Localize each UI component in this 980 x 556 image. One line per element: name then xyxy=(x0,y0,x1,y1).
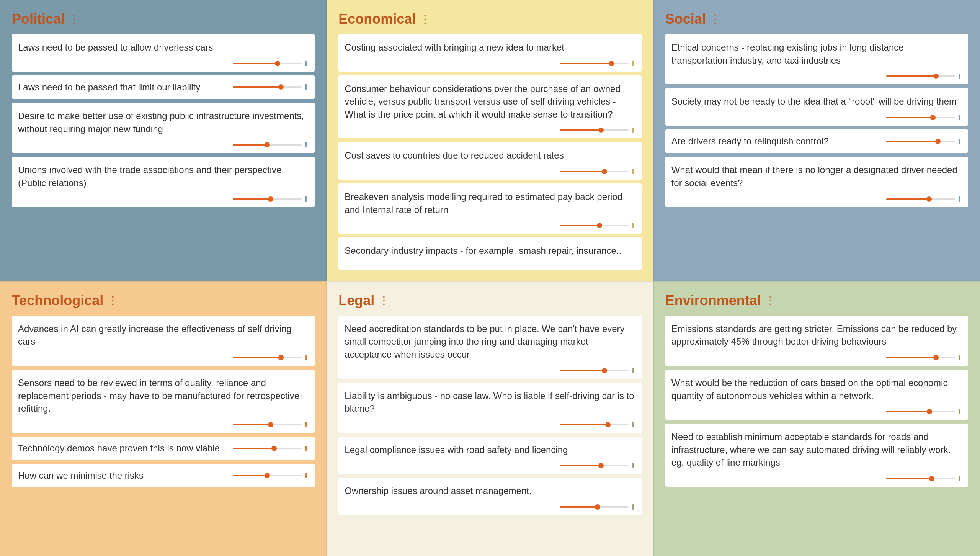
card: Emissions standards are getting stricter… xyxy=(665,316,968,366)
card: Laws need to be passed to allow driverle… xyxy=(12,34,315,72)
card-inline: Laws need to be passed that limit our li… xyxy=(12,75,315,99)
slider-track[interactable] xyxy=(886,198,955,200)
card-text: Laws need to be passed to allow driverle… xyxy=(18,41,309,54)
slider-track[interactable] xyxy=(560,63,629,64)
slider-container[interactable] xyxy=(345,422,635,427)
slider-fill xyxy=(233,144,267,146)
slider-track[interactable] xyxy=(233,198,302,200)
slider-container[interactable] xyxy=(18,355,309,360)
slider-track[interactable] xyxy=(233,63,302,64)
slider-track[interactable] xyxy=(560,370,629,371)
slider-track[interactable] xyxy=(560,424,629,425)
section-legal: Legal⋮Need accreditation standards to be… xyxy=(327,281,653,556)
slider-container[interactable] xyxy=(18,61,309,66)
section-menu-dots[interactable]: ⋮ xyxy=(69,13,79,26)
section-title-environmental: Environmental⋮ xyxy=(665,293,968,309)
slider-container[interactable] xyxy=(18,422,309,427)
card: Desire to make better use of existing pu… xyxy=(12,103,315,153)
slider-track[interactable] xyxy=(560,506,629,508)
card: Ownership issues around asset management… xyxy=(338,478,641,515)
card: Need accreditation standards to be put i… xyxy=(338,316,641,379)
slider-end-marker xyxy=(959,139,960,144)
slider-container[interactable] xyxy=(18,142,309,147)
slider-end-marker xyxy=(959,196,960,202)
slider-track[interactable] xyxy=(233,144,302,146)
slider-track[interactable] xyxy=(886,75,955,77)
slider-container[interactable] xyxy=(671,74,962,79)
slider-container[interactable] xyxy=(671,409,962,414)
card-inline: Are drivers ready to relinquish control? xyxy=(665,129,968,153)
section-menu-dots[interactable]: ⋮ xyxy=(420,13,430,26)
slider-container[interactable] xyxy=(671,115,962,120)
slider-end-marker xyxy=(305,84,307,90)
card-text: Cost saves to countries due to reduced a… xyxy=(345,149,635,162)
slider-fill xyxy=(233,357,281,358)
card-text: Ownership issues around asset management… xyxy=(345,484,635,497)
slider-track[interactable] xyxy=(233,448,302,449)
slider-container[interactable] xyxy=(345,463,635,468)
section-title-technological: Technological⋮ xyxy=(12,293,315,309)
slider-container[interactable] xyxy=(233,473,309,478)
pestle-grid: Political⋮Laws need to be passed to allo… xyxy=(0,0,980,556)
card-text: How can we minimise the risks xyxy=(18,469,229,482)
slider-track[interactable] xyxy=(886,117,955,118)
section-menu-dots[interactable]: ⋮ xyxy=(378,294,389,307)
slider-track[interactable] xyxy=(886,411,955,412)
slider-container[interactable] xyxy=(345,128,635,133)
card-text: Desire to make better use of existing pu… xyxy=(18,110,309,135)
slider-track[interactable] xyxy=(886,357,955,358)
slider-track[interactable] xyxy=(233,357,302,358)
slider-fill xyxy=(233,475,267,476)
slider-track[interactable] xyxy=(560,225,629,226)
section-menu-dots[interactable]: ⋮ xyxy=(765,294,776,307)
slider-container[interactable] xyxy=(233,446,309,451)
slider-thumb xyxy=(926,196,932,202)
slider-end-marker xyxy=(305,61,307,66)
section-title-text: Legal xyxy=(338,293,374,309)
slider-fill xyxy=(560,225,599,226)
section-title-text: Social xyxy=(665,11,706,27)
card-text: Costing associated with bringing a new i… xyxy=(345,41,635,54)
card-text: Laws need to be passed that limit our li… xyxy=(18,81,229,94)
section-menu-dots[interactable]: ⋮ xyxy=(710,13,720,26)
slider-thumb xyxy=(929,476,934,481)
slider-track[interactable] xyxy=(886,478,955,479)
slider-track[interactable] xyxy=(233,86,302,88)
card: Consumer behaviour considerations over t… xyxy=(338,75,641,139)
slider-fill xyxy=(886,478,932,479)
slider-track[interactable] xyxy=(560,465,629,466)
slider-track[interactable] xyxy=(560,171,629,172)
slider-track[interactable] xyxy=(233,475,302,476)
slider-fill xyxy=(886,198,929,200)
slider-container[interactable] xyxy=(345,368,635,373)
slider-container[interactable] xyxy=(233,84,309,90)
slider-end-marker xyxy=(305,355,307,360)
slider-container[interactable] xyxy=(345,504,635,510)
slider-container[interactable] xyxy=(345,169,635,174)
slider-container[interactable] xyxy=(18,196,309,202)
slider-fill xyxy=(886,141,938,142)
slider-container[interactable] xyxy=(671,476,962,481)
section-menu-dots[interactable]: ⋮ xyxy=(107,294,118,307)
slider-thumb xyxy=(930,115,936,120)
slider-container[interactable] xyxy=(345,223,635,228)
card-text: Sensors need to be reviewed in terms of … xyxy=(18,376,309,415)
slider-fill xyxy=(233,63,278,64)
slider-fill xyxy=(560,465,601,466)
slider-container[interactable] xyxy=(886,139,962,144)
slider-track[interactable] xyxy=(560,129,629,131)
slider-thumb xyxy=(935,139,941,144)
section-title-text: Technological xyxy=(12,293,103,309)
slider-thumb xyxy=(595,504,600,510)
slider-track[interactable] xyxy=(886,141,955,142)
slider-end-marker xyxy=(959,74,960,79)
slider-container[interactable] xyxy=(345,61,635,66)
slider-end-marker xyxy=(959,409,960,414)
slider-track[interactable] xyxy=(233,424,302,425)
slider-container[interactable] xyxy=(671,196,962,202)
card: Secondary industry impacts - for example… xyxy=(338,237,641,270)
slider-thumb xyxy=(605,422,611,427)
slider-fill xyxy=(560,63,611,64)
card: Legal compliance issues with road safety… xyxy=(338,437,641,474)
slider-container[interactable] xyxy=(671,355,962,360)
